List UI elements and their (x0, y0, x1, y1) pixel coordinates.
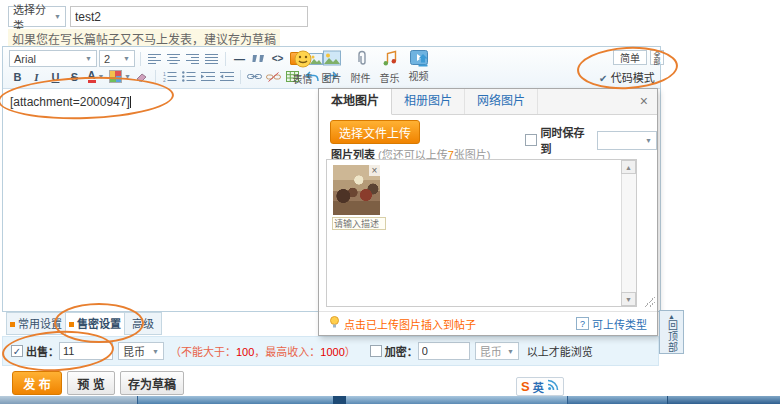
tab-local-image[interactable]: 本地图片 (319, 89, 392, 115)
sell-price-input[interactable] (59, 342, 113, 360)
unordered-list-icon[interactable] (180, 69, 197, 84)
dialog-resize-handle[interactable] (645, 297, 655, 307)
emoticon-label: 表情 (290, 71, 315, 86)
music-button[interactable]: 音乐 (377, 50, 402, 86)
uploaded-image-item[interactable]: × (333, 165, 380, 215)
italic-icon[interactable]: I (28, 69, 45, 84)
simple-mode-button[interactable]: 简单 (613, 50, 647, 65)
image-list-scrollbar[interactable] (621, 160, 636, 306)
tab-advanced[interactable]: 高级 (124, 312, 162, 335)
image-list-box: × ▲ ▼ (326, 159, 637, 307)
align-center-icon[interactable] (165, 51, 182, 66)
font-size-select[interactable]: 2 ▼ (99, 50, 135, 67)
chevron-down-icon: ▼ (98, 73, 105, 80)
title-input[interactable] (70, 6, 308, 27)
uploadable-types-link[interactable]: ? 可上传类型 (576, 316, 647, 332)
align-justify-icon[interactable] (203, 51, 220, 66)
rss-icon (547, 379, 559, 394)
album-select[interactable]: ▼ (597, 131, 657, 150)
tab-album-image[interactable]: 相册图片 (392, 89, 465, 114)
chevron-down-icon: ▼ (124, 73, 131, 80)
align-left-icon[interactable] (146, 51, 163, 66)
full-mode-button[interactable]: 全部 (650, 50, 664, 65)
tab-web-image[interactable]: 网络图片 (465, 89, 538, 114)
blockquote-icon[interactable] (250, 51, 267, 66)
publish-button[interactable]: 发 布 (12, 371, 62, 395)
tab-advanced-label: 高级 (132, 318, 154, 330)
taskbar-strip (0, 396, 780, 404)
save-to-checkbox[interactable] (525, 134, 537, 146)
tab-common-settings-label: 常用设置 (18, 318, 62, 330)
outdent-icon[interactable] (218, 69, 235, 84)
choose-file-upload-button[interactable]: 选择文件上传 (330, 120, 420, 144)
emoticon-button[interactable]: 表情 (290, 50, 315, 86)
toolbar-separator (225, 52, 226, 66)
chevron-down-icon: ▼ (50, 13, 61, 20)
chevron-down-icon: ▼ (503, 348, 514, 355)
back-to-top-button[interactable]: ▲ 回顶部 (659, 310, 684, 354)
editor-toolbar: Arial ▼ 2 ▼ — <> (3, 47, 660, 89)
sell-label: 出售： (26, 343, 59, 359)
taskbar-segment (667, 396, 780, 404)
ordered-list-icon[interactable]: 12 (161, 69, 178, 84)
save-draft-button[interactable]: 存为草稿 (120, 371, 184, 395)
video-label: 视频 (406, 68, 431, 83)
image-description-input[interactable] (332, 217, 386, 230)
strikethrough-icon[interactable]: S (66, 69, 83, 84)
encrypt-value-input[interactable] (418, 342, 470, 360)
tab-sell-encrypt-settings[interactable]: 售密设置 (65, 312, 125, 335)
ime-english-mode-label: 英 (533, 379, 544, 395)
background-color-icon[interactable]: ▼ (109, 69, 131, 84)
check-icon: ✔ (599, 73, 607, 84)
toolbar-separator (240, 70, 241, 84)
preview-button[interactable]: 预 览 (67, 371, 115, 395)
font-color-icon[interactable]: A ▼ (85, 69, 107, 84)
ime-status-bar[interactable]: S 英 (516, 377, 564, 396)
upload-icon[interactable] (416, 53, 430, 70)
bold-icon[interactable]: B (9, 69, 26, 84)
font-family-select[interactable]: Arial ▼ (9, 50, 97, 67)
image-upload-dialog: 本地图片 相册图片 网络图片 × 选择文件上传 同时保存到 ▼ 图片列表 (您还… (318, 88, 658, 336)
sell-currency-select[interactable]: 昆币 ▼ (118, 342, 164, 360)
save-to-label: 同时保存到 (541, 124, 594, 156)
horizontal-rule-icon[interactable]: — (231, 51, 248, 66)
insert-tip-text: 点击已上传图片插入到帖子 (344, 316, 476, 332)
close-icon[interactable]: × (631, 89, 657, 114)
dialog-footer: 点击已上传图片插入到帖子 ? 可上传类型 (319, 311, 657, 335)
full-mode-label: 全部 (654, 51, 661, 65)
code-mode-toggle[interactable]: ✔ 代码模式 (599, 69, 655, 85)
tab-common-settings[interactable]: 常用设置 (6, 312, 66, 335)
tab-bullet-icon (69, 322, 74, 327)
image-label: 图片 (319, 70, 344, 85)
sogou-logo-icon: S (521, 379, 530, 394)
taskbar-segment (346, 396, 567, 404)
category-select-label: 选择分类 (13, 1, 50, 33)
remove-link-icon[interactable] (265, 69, 282, 84)
code-icon[interactable]: <> (269, 51, 286, 66)
attachment-button[interactable]: 附件 (348, 50, 373, 86)
scroll-down-icon[interactable]: ▼ (621, 292, 636, 306)
code-mode-label: 代码模式 (611, 72, 655, 84)
encrypt-checkbox[interactable] (370, 345, 382, 357)
align-right-icon[interactable] (184, 51, 201, 66)
media-buttons-group: 表情 图片 附件 音乐 视频 (290, 50, 431, 86)
taskbar-segment (333, 396, 346, 404)
category-select[interactable]: 选择分类 ▼ (8, 6, 66, 27)
delete-image-icon[interactable]: × (369, 165, 380, 176)
sell-checkbox[interactable]: ✓ (11, 345, 23, 357)
picture-icon (323, 56, 341, 70)
dialog-tab-bar: 本地图片 相册图片 网络图片 × (319, 89, 657, 115)
sell-currency-value: 昆币 (123, 343, 145, 359)
encrypt-currency-select[interactable]: 昆币 ▼ (475, 342, 519, 360)
underline-icon[interactable]: U (47, 69, 64, 84)
eraser-icon[interactable] (133, 69, 150, 84)
indent-icon[interactable] (199, 69, 216, 84)
taskbar-segment (137, 396, 333, 404)
insert-link-icon[interactable] (246, 69, 263, 84)
chevron-down-icon: ▼ (81, 55, 92, 62)
image-button[interactable]: 图片 (319, 50, 344, 86)
scroll-up-icon[interactable]: ▲ (621, 160, 636, 174)
paperclip-icon (353, 56, 369, 70)
back-to-top-label: 回顶部 (667, 320, 677, 353)
editor-content-text: [attachment=2000947] (10, 95, 130, 109)
